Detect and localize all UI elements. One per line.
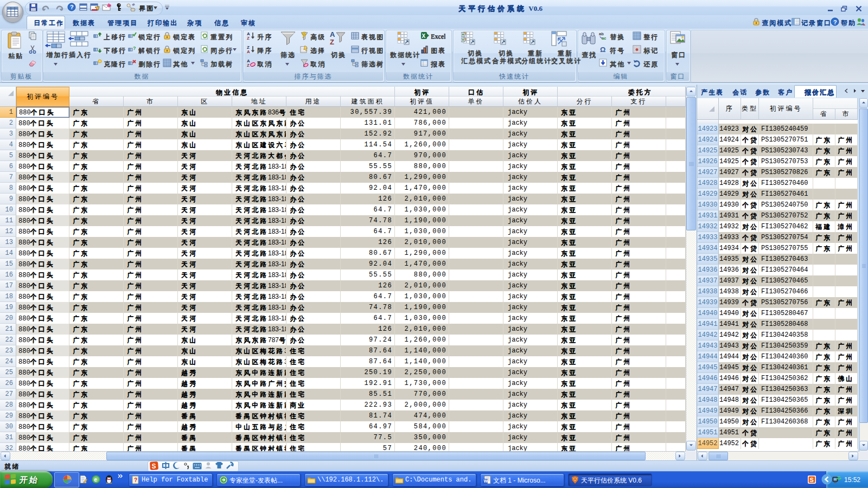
svg-text:?: ? [133,46,136,51]
svg-text:Ω: Ω [600,46,605,54]
svg-text:S: S [152,463,156,470]
svg-text:?: ? [70,4,74,10]
svg-text:e: e [94,477,98,483]
svg-text:W: W [484,478,489,484]
svg-text:ac: ac [602,36,606,40]
svg-text:Z: Z [247,36,250,40]
svg-text:A: A [330,30,335,38]
svg-text:A: A [247,49,250,54]
svg-text:Z: Z [330,38,334,46]
svg-text:?: ? [134,477,137,483]
svg-text:Z: Z [247,63,250,67]
svg-text:S: S [810,477,814,483]
svg-text:X: X [422,33,426,39]
svg-text:?: ? [833,19,837,25]
